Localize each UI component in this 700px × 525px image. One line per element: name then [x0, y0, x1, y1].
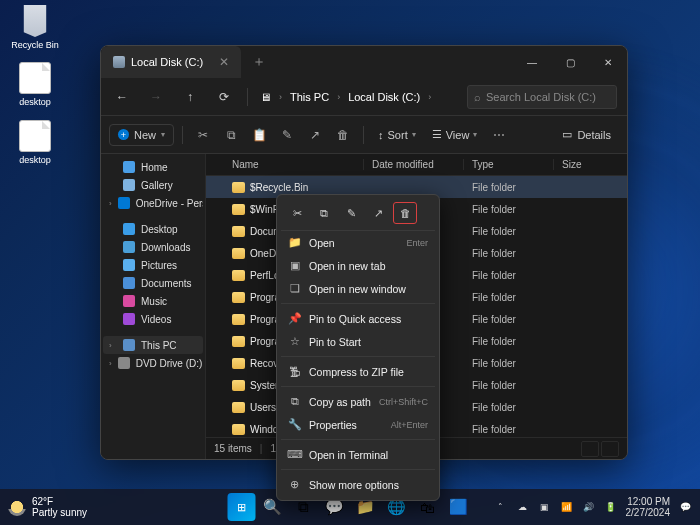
titlebar: Local Disk (C:) ✕ ＋ — ▢ ✕: [101, 46, 627, 78]
sort-button[interactable]: ↕Sort▾: [372, 129, 422, 141]
label: Recycle Bin: [10, 40, 60, 50]
nav-desktop[interactable]: Desktop: [103, 220, 203, 238]
new-button[interactable]: + New ▾: [109, 124, 174, 146]
cut-icon[interactable]: ✂: [191, 123, 215, 147]
taskbar-app[interactable]: 🟦: [445, 493, 473, 521]
desktop-file-1[interactable]: desktop: [10, 62, 60, 107]
delete-icon[interactable]: 🗑: [331, 123, 355, 147]
plus-icon: +: [118, 129, 129, 140]
up-button[interactable]: ↑: [179, 86, 201, 108]
paste-icon[interactable]: 📋: [247, 123, 271, 147]
share-icon[interactable]: ↗: [303, 123, 327, 147]
search-input[interactable]: ⌕ Search Local Disk (C:): [467, 85, 617, 109]
taskbar-weather[interactable]: 62°FPartly sunny: [8, 496, 87, 518]
new-tab-button[interactable]: ＋: [252, 53, 266, 71]
tab-active[interactable]: Local Disk (C:) ✕: [101, 46, 242, 78]
tray-battery-icon[interactable]: 🔋: [604, 500, 618, 514]
nav-home[interactable]: Home: [103, 158, 203, 176]
back-button[interactable]: ←: [111, 86, 133, 108]
chevron-down-icon: ▾: [161, 130, 165, 139]
ctx-copy-icon[interactable]: ⧉: [312, 202, 336, 224]
view-button[interactable]: ☰View▾: [426, 128, 484, 141]
window-icon: ❏: [288, 282, 301, 295]
nav-gallery[interactable]: Gallery: [103, 176, 203, 194]
system-tray[interactable]: ˄ ☁ ▣ 📶 🔊 🔋 12:00 PM2/27/2024 💬: [494, 496, 693, 518]
more-icon[interactable]: ⋯: [487, 123, 511, 147]
view-list-icon[interactable]: [581, 441, 599, 457]
refresh-button[interactable]: ⟳: [213, 86, 235, 108]
nav-dvd[interactable]: ›DVD Drive (D:) (: [103, 354, 203, 372]
tray-onedrive-icon[interactable]: ☁: [516, 500, 530, 514]
rename-icon[interactable]: ✎: [275, 123, 299, 147]
ctx-open-new-tab[interactable]: ▣Open in new tab: [281, 254, 435, 277]
ctx-open-new-window[interactable]: ❏Open in new window: [281, 277, 435, 300]
pc-icon: 🖥: [260, 91, 271, 103]
tab-icon: ▣: [288, 259, 301, 272]
ctx-share-icon[interactable]: ↗: [366, 202, 390, 224]
label: desktop: [10, 97, 60, 107]
forward-button[interactable]: →: [145, 86, 167, 108]
desktop-file-2[interactable]: desktop: [10, 120, 60, 165]
breadcrumb[interactable]: 🖥› This PC› Local Disk (C:)›: [260, 91, 455, 103]
star-icon: ☆: [288, 335, 301, 348]
tab-title: Local Disk (C:): [131, 56, 203, 68]
ctx-open-terminal[interactable]: ⌨Open in Terminal: [281, 443, 435, 466]
ctx-cut-icon[interactable]: ✂: [285, 202, 309, 224]
start-button[interactable]: ⊞: [228, 493, 256, 521]
view-details-icon[interactable]: [601, 441, 619, 457]
command-bar: + New ▾ ✂ ⧉ 📋 ✎ ↗ 🗑 ↕Sort▾ ☰View▾ ⋯ ▭Det…: [101, 116, 627, 154]
ctx-delete-icon[interactable]: 🗑: [393, 202, 417, 224]
desktop-recycle-bin[interactable]: Recycle Bin: [10, 5, 60, 50]
tab-close-icon[interactable]: ✕: [219, 55, 229, 69]
tray-wifi-icon[interactable]: 📶: [560, 500, 574, 514]
ctx-copy-path[interactable]: ⧉Copy as pathCtrl+Shift+C: [281, 390, 435, 413]
nav-videos[interactable]: Videos: [103, 310, 203, 328]
label: desktop: [10, 155, 60, 165]
copy-icon[interactable]: ⧉: [219, 123, 243, 147]
ctx-pin-start[interactable]: ☆Pin to Start: [281, 330, 435, 353]
nav-downloads[interactable]: Downloads: [103, 238, 203, 256]
more-icon: ⊕: [288, 478, 301, 491]
ctx-properties[interactable]: 🔧PropertiesAlt+Enter: [281, 413, 435, 436]
wrench-icon: 🔧: [288, 418, 301, 431]
maximize-button[interactable]: ▢: [551, 46, 589, 78]
tray-app-icon[interactable]: ▣: [538, 500, 552, 514]
tray-notifications-icon[interactable]: 💬: [678, 500, 692, 514]
nav-thispc[interactable]: ›This PC: [103, 336, 203, 354]
ctx-compress-zip[interactable]: 🗜Compress to ZIP file: [281, 360, 435, 383]
path-icon: ⧉: [288, 395, 301, 408]
tray-chevron-icon[interactable]: ˄: [494, 500, 508, 514]
ctx-rename-icon[interactable]: ✎: [339, 202, 363, 224]
ctx-pin-quick-access[interactable]: 📌Pin to Quick access: [281, 307, 435, 330]
nav-onedrive[interactable]: ›OneDrive - Perso: [103, 194, 203, 212]
ctx-show-more[interactable]: ⊕Show more options: [281, 473, 435, 496]
terminal-icon: ⌨: [288, 448, 301, 461]
nav-music[interactable]: Music: [103, 292, 203, 310]
close-button[interactable]: ✕: [589, 46, 627, 78]
folder-icon: 📁: [288, 236, 301, 249]
nav-pictures[interactable]: Pictures: [103, 256, 203, 274]
taskbar-clock[interactable]: 12:00 PM2/27/2024: [626, 496, 671, 518]
zip-icon: 🗜: [288, 365, 301, 378]
tray-volume-icon[interactable]: 🔊: [582, 500, 596, 514]
nav-pane: Home Gallery ›OneDrive - Perso Desktop D…: [101, 154, 206, 459]
weather-icon: [8, 498, 26, 516]
minimize-button[interactable]: —: [513, 46, 551, 78]
context-menu: ✂ ⧉ ✎ ↗ 🗑 📁OpenEnter ▣Open in new tab ❏O…: [276, 194, 440, 501]
search-icon: ⌕: [474, 91, 481, 103]
drive-icon: [113, 56, 125, 68]
column-headers[interactable]: Name Date modified Type Size: [206, 154, 627, 176]
pin-icon: 📌: [288, 312, 301, 325]
ctx-open[interactable]: 📁OpenEnter: [281, 231, 435, 254]
nav-documents[interactable]: Documents: [103, 274, 203, 292]
nav-toolbar: ← → ↑ ⟳ 🖥› This PC› Local Disk (C:)› ⌕ S…: [101, 78, 627, 116]
details-pane-button[interactable]: ▭Details: [554, 124, 619, 145]
